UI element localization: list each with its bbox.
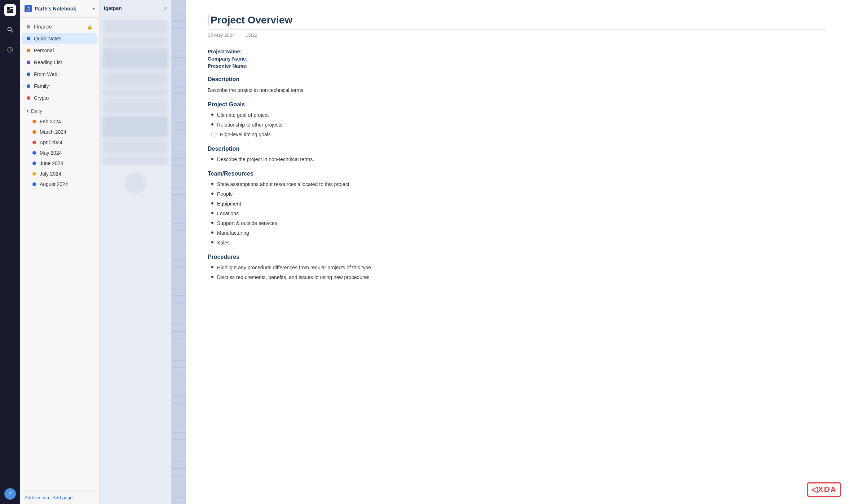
description-section-2: Description Describe the project in non-… <box>208 146 826 163</box>
august-label: August 2024 <box>40 181 68 187</box>
description-text: Describe the project in non-technical te… <box>208 86 826 94</box>
sidebar-footer: Add section Add page <box>20 491 99 504</box>
sidebar-header[interactable]: 📓 Parth's Notebook ▾ <box>20 0 99 18</box>
june-label: June 2024 <box>40 160 63 166</box>
reading-list-color-dot <box>27 61 30 64</box>
lock-icon: 🔒 <box>87 24 93 30</box>
blurred-note-4 <box>102 71 168 86</box>
search-icon-btn[interactable] <box>4 23 17 36</box>
sidebar-item-feb-2024[interactable]: Feb 2024 <box>22 116 97 127</box>
notebook-title: Parth's Notebook <box>35 6 90 12</box>
family-label: Family <box>34 83 49 89</box>
project-goals-list: Ultimate goal of project Relationship to… <box>208 111 826 138</box>
sort-icon[interactable]: ≡ <box>164 5 167 12</box>
sidebar-item-crypto[interactable]: Crypto <box>22 92 97 104</box>
team-resources-heading: Team/Resources <box>208 171 826 177</box>
svg-rect-3 <box>7 10 13 13</box>
description-section: Description Describe the project in non-… <box>208 76 826 94</box>
presenter-name-field: Presenter Name: <box>208 63 826 69</box>
june-color-dot <box>32 162 36 165</box>
may-label: May 2024 <box>40 150 62 156</box>
sidebar-item-reading-list[interactable]: Reading List <box>22 57 97 68</box>
cursor <box>208 15 208 25</box>
blurred-note-8 <box>102 140 168 154</box>
personal-label: Personal <box>34 48 54 53</box>
list-item: Discuss requirements, benefits, and issu… <box>211 274 826 281</box>
project-name-label: Project Name: <box>208 49 242 54</box>
august-color-dot <box>32 182 36 186</box>
march-color-dot <box>32 130 36 134</box>
project-goals-section: Project Goals Ultimate goal of project R… <box>208 101 826 138</box>
blurred-note-1 <box>102 20 168 34</box>
document-date: 03 May 2024 <box>208 32 235 38</box>
sidebar-item-finance[interactable]: Finance 🔒 <box>22 21 97 32</box>
sidebar-item-july-2024[interactable]: July 2024 <box>22 169 97 179</box>
notes-panel-header: igatpan ≡ <box>100 0 171 17</box>
feb-color-dot <box>32 120 36 123</box>
sidebar-item-august-2024[interactable]: August 2024 <box>22 179 97 189</box>
presenter-name-label: Presenter Name: <box>208 63 248 69</box>
svg-rect-1 <box>10 7 13 8</box>
team-resources-section: Team/Resources State assumptions about r… <box>208 171 826 247</box>
sidebar-item-april-2024[interactable]: April 2024 <box>22 137 97 147</box>
app-logo[interactable] <box>4 4 16 16</box>
resource-item-7: Sales <box>217 239 230 247</box>
bullet-dot <box>211 202 213 204</box>
goal-item-2: Relationship to other projects <box>217 121 282 129</box>
user-avatar[interactable]: P <box>4 488 16 500</box>
svg-rect-2 <box>10 9 13 10</box>
resource-item-6: Manufacturing <box>217 229 249 237</box>
blurred-note-7 <box>102 116 168 137</box>
sidebar-item-from-web[interactable]: From Web <box>22 68 97 80</box>
list-item: Highlight any procedural differences fro… <box>211 264 826 271</box>
bullet-dot <box>211 114 213 116</box>
history-icon-btn[interactable] <box>4 43 17 56</box>
ruled-paper-divider <box>172 0 186 504</box>
list-item: Sales <box>211 239 826 247</box>
list-item: Describe the project in non-technical te… <box>211 156 826 163</box>
feb-label: Feb 2024 <box>40 119 61 124</box>
checkbox-icon[interactable] <box>211 132 216 137</box>
project-fields: Project Name: Company Name: Presenter Na… <box>208 49 826 69</box>
description2-list: Describe the project in non-technical te… <box>208 156 826 163</box>
list-item: Equipment <box>211 200 826 208</box>
crypto-color-dot <box>27 96 30 100</box>
resource-item-3: Equipment <box>217 200 241 208</box>
list-item: Locations <box>211 210 826 217</box>
blurred-note-3 <box>102 48 168 69</box>
sidebar-items-list: Finance 🔒 Quick Notes Personal Reading L… <box>20 18 99 491</box>
notebook-chevron-icon[interactable]: ▾ <box>93 6 95 11</box>
blurred-note-6 <box>102 99 168 114</box>
svg-rect-0 <box>7 7 10 10</box>
add-page-button[interactable]: Add page <box>53 495 73 500</box>
goal-item-1: Ultimate goal of project <box>217 111 269 119</box>
daily-header[interactable]: ▾ Daily <box>22 106 97 116</box>
sidebar-item-personal[interactable]: Personal <box>22 45 97 56</box>
project-goals-heading: Project Goals <box>208 101 826 108</box>
description-heading: Description <box>208 76 826 83</box>
icon-bar: P <box>0 0 20 504</box>
sidebar-item-family[interactable]: Family <box>22 80 97 92</box>
procedure-item-2: Discuss requirements, benefits, and issu… <box>217 274 370 281</box>
bullet-dot <box>211 123 213 125</box>
sidebar-item-quick-notes[interactable]: Quick Notes <box>22 33 97 44</box>
may-color-dot <box>32 151 36 155</box>
description2-item-1: Describe the project in non-technical te… <box>217 156 314 163</box>
sidebar-item-march-2024[interactable]: March 2024 <box>22 127 97 137</box>
resource-item-4: Locations <box>217 210 239 217</box>
document-time: 15:22 <box>246 32 257 38</box>
notebook-icon: 📓 <box>25 5 32 12</box>
procedure-item-1: Highlight any procedural differences fro… <box>217 264 371 271</box>
sidebar-item-may-2024[interactable]: May 2024 <box>22 148 97 158</box>
list-item: Manufacturing <box>211 229 826 237</box>
april-color-dot <box>32 141 36 144</box>
bullet-dot <box>211 158 213 160</box>
procedures-section: Procedures Highlight any procedural diff… <box>208 254 826 281</box>
sidebar-item-june-2024[interactable]: June 2024 <box>22 158 97 168</box>
add-section-button[interactable]: Add section <box>25 495 49 500</box>
april-label: April 2024 <box>40 140 62 145</box>
resource-item-1: State assumptions about resources alloca… <box>217 181 349 188</box>
blurred-note-2 <box>102 36 168 45</box>
daily-section: ▾ Daily Feb 2024 March 2024 April 2024 <box>20 104 99 191</box>
bullet-dot <box>211 193 213 195</box>
